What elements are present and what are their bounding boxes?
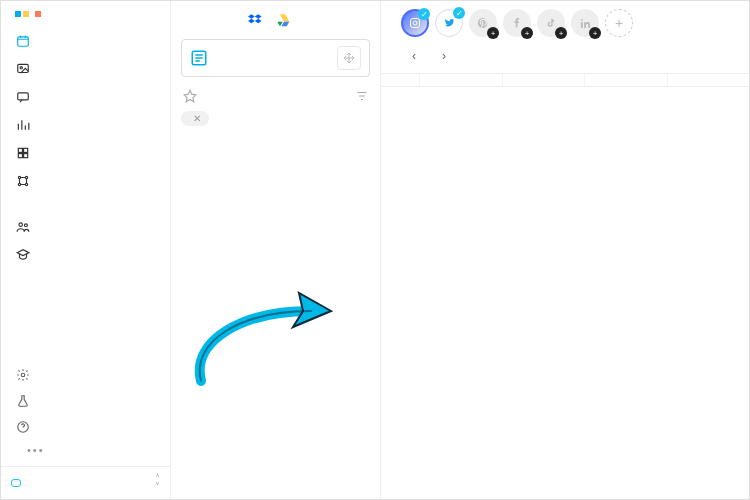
schedule-to-bar: ✓ ✓ + + + + + — [381, 1, 749, 41]
add-badge-icon: + — [487, 27, 499, 39]
show-filters-button[interactable] — [352, 90, 368, 102]
facebook-icon — [512, 17, 522, 29]
add-badge-icon: + — [521, 27, 533, 39]
tags-row: ✕ — [171, 111, 380, 134]
logo — [1, 1, 170, 23]
group-badge — [11, 479, 21, 487]
prev-week-button[interactable]: ‹ — [405, 47, 423, 65]
calendar-grid[interactable] — [381, 87, 749, 499]
day-headers — [381, 74, 749, 87]
nav-settings[interactable] — [1, 362, 170, 388]
linkedin-icon — [580, 18, 591, 29]
add-badge-icon: + — [589, 27, 601, 39]
filter-tag: ✕ — [181, 111, 209, 126]
day-header — [502, 74, 585, 86]
svg-point-9 — [25, 176, 27, 178]
svg-point-10 — [18, 183, 20, 185]
favorites-icon[interactable] — [183, 89, 197, 103]
nav-partnerships[interactable] — [1, 213, 170, 241]
next-week-button[interactable]: › — [435, 47, 453, 65]
nav-collect-media[interactable] — [1, 139, 170, 167]
for-you-label — [1, 195, 170, 213]
svg-point-12 — [19, 223, 23, 227]
media-panel: ✕ — [171, 1, 381, 499]
svg-point-2 — [20, 67, 22, 69]
create-text-post[interactable] — [181, 39, 370, 77]
day-header — [419, 74, 502, 86]
svg-rect-19 — [580, 22, 582, 28]
primary-nav — [1, 23, 170, 269]
plus-icon: + — [615, 15, 623, 31]
nav-calendar[interactable] — [1, 27, 170, 55]
help-icon — [15, 420, 31, 434]
bottom-nav — [1, 358, 170, 440]
nav-analytics[interactable] — [1, 111, 170, 139]
learning-icon — [15, 248, 31, 262]
svg-point-18 — [413, 21, 417, 25]
social-twitter[interactable]: ✓ — [435, 9, 463, 37]
social-pinterest[interactable]: + — [469, 9, 497, 37]
svg-point-8 — [18, 176, 20, 178]
arrow-illustration — [181, 281, 351, 401]
more-icon[interactable]: ••• — [27, 444, 45, 456]
social-tiktok[interactable]: + — [537, 9, 565, 37]
google-drive-icon[interactable] — [276, 13, 292, 29]
remove-tag-icon[interactable]: ✕ — [193, 113, 201, 124]
nav-linkinbio[interactable] — [1, 167, 170, 195]
drag-hint — [171, 134, 380, 150]
svg-rect-3 — [18, 93, 29, 100]
calendar-icon — [15, 34, 31, 48]
check-badge-icon: ✓ — [418, 8, 430, 20]
analytics-icon — [15, 118, 31, 132]
nav-labs[interactable] — [1, 388, 170, 414]
image-icon — [15, 62, 31, 76]
logo-dot — [15, 11, 21, 17]
link-icon — [15, 174, 31, 188]
people-icon — [15, 220, 31, 234]
instagram-icon — [409, 17, 421, 29]
pinterest-icon — [477, 17, 489, 29]
flask-icon — [15, 394, 31, 408]
svg-point-13 — [24, 224, 27, 227]
nav-media-library[interactable] — [1, 55, 170, 83]
nav-conversations[interactable] — [1, 83, 170, 111]
text-post-icon — [190, 49, 208, 67]
sidebar: ••• ˄˅ — [1, 1, 171, 499]
nav-learning-center[interactable] — [1, 241, 170, 269]
filter-icon — [356, 90, 368, 102]
svg-point-14 — [21, 373, 25, 377]
social-add[interactable]: + — [605, 9, 633, 37]
drag-handle-icon[interactable] — [337, 46, 361, 70]
upload-bar — [171, 1, 380, 39]
day-header — [667, 74, 750, 86]
logo-dot — [23, 11, 29, 17]
nav-help[interactable] — [1, 414, 170, 440]
calendar-panel: ✓ ✓ + + + + + — [381, 1, 749, 499]
filter-row — [171, 85, 380, 111]
dropbox-icon[interactable] — [248, 13, 264, 29]
twitter-icon — [443, 17, 455, 29]
calendar-header: ‹ › — [381, 41, 749, 74]
collect-icon — [15, 146, 31, 160]
updown-icon: ˄˅ — [155, 475, 160, 491]
social-instagram[interactable]: ✓ — [401, 9, 429, 37]
footer-links: ••• — [1, 440, 170, 466]
svg-rect-0 — [18, 37, 29, 46]
check-badge-icon: ✓ — [453, 7, 465, 19]
chat-icon — [15, 90, 31, 104]
add-badge-icon: + — [555, 27, 567, 39]
day-header — [584, 74, 667, 86]
svg-rect-7 — [24, 154, 28, 158]
svg-point-11 — [25, 183, 27, 185]
svg-rect-5 — [24, 148, 28, 152]
logo-dot — [35, 11, 41, 17]
social-facebook[interactable]: + — [503, 9, 531, 37]
tiktok-icon — [546, 17, 556, 29]
svg-rect-17 — [411, 19, 420, 28]
social-linkedin[interactable]: + — [571, 9, 599, 37]
svg-rect-6 — [18, 154, 22, 158]
svg-point-20 — [580, 18, 582, 20]
group-switcher[interactable]: ˄˅ — [1, 466, 170, 499]
svg-rect-4 — [18, 148, 22, 152]
gear-icon — [15, 368, 31, 382]
